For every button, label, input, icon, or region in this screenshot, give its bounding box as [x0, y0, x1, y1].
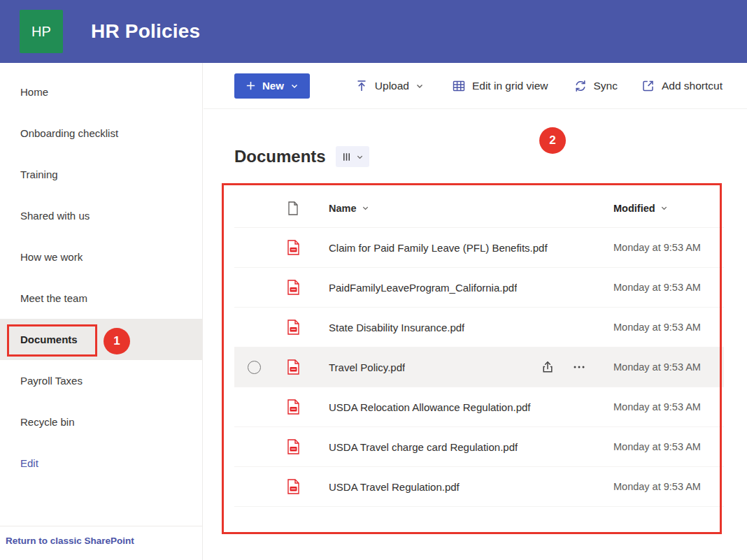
sync-label: Sync	[594, 80, 618, 92]
sidebar-nav: Home Onboarding checklist Training Share…	[0, 63, 202, 484]
sidebar-item-shared-with-us[interactable]: Shared with us	[0, 195, 202, 236]
file-name-link[interactable]: Claim for Paid Family Leave (PFL) Benefi…	[329, 242, 548, 254]
pdf-file-icon	[287, 479, 300, 494]
page-heading: Documents	[234, 145, 747, 168]
sidebar-item-documents[interactable]: Documents	[0, 319, 202, 360]
pdf-file-icon	[287, 439, 300, 454]
file-modified: Monday at 9:53 AM	[605, 361, 724, 373]
sidebar-item-label: Onboarding checklist	[20, 127, 118, 139]
table-row[interactable]: PaidFamilyLeaveProgram_California.pdf Mo…	[234, 268, 724, 308]
sidebar-item-label: Home	[20, 86, 48, 98]
site-title: HR Policies	[91, 20, 200, 43]
name-column-header[interactable]: Name	[329, 203, 369, 214]
table-row[interactable]: USDA Relocation Allowance Regulation.pdf…	[234, 387, 724, 427]
site-logo-text: HP	[31, 24, 51, 40]
pdf-file-icon	[287, 240, 300, 255]
annotation-badge-1: 1	[104, 328, 130, 354]
file-name-link[interactable]: Travel Policy.pdf	[329, 361, 405, 373]
sidebar-item-onboarding-checklist[interactable]: Onboarding checklist	[0, 113, 202, 154]
file-modified: Monday at 9:53 AM	[605, 242, 724, 253]
add-shortcut-icon	[641, 79, 655, 93]
pdf-file-icon	[287, 320, 300, 335]
plus-icon	[246, 80, 256, 91]
sidebar-item-payroll-taxes[interactable]: Payroll Taxes	[0, 360, 202, 401]
file-name-link[interactable]: USDA Relocation Allowance Regulation.pdf	[329, 401, 531, 413]
sidebar-item-home[interactable]: Home	[0, 71, 202, 113]
pdf-file-icon	[287, 399, 300, 415]
file-modified: Monday at 9:53 AM	[605, 401, 724, 412]
new-button-label: New	[262, 80, 284, 92]
upload-button[interactable]: Upload	[355, 79, 424, 93]
file-modified: Monday at 9:53 AM	[605, 441, 724, 452]
upload-icon	[355, 79, 369, 93]
file-name-link[interactable]: State Disability Insurance.pdf	[329, 322, 464, 333]
table-row[interactable]: Claim for Paid Family Leave (PFL) Benefi…	[234, 228, 724, 268]
edit-grid-view-label: Edit in grid view	[472, 80, 548, 92]
edit-grid-view-button[interactable]: Edit in grid view	[452, 79, 548, 93]
site-logo[interactable]: HP	[20, 10, 63, 53]
sidebar-item-training[interactable]: Training	[0, 154, 202, 195]
documents-table: Name Modified	[234, 189, 724, 507]
file-name-link[interactable]: USDA Travel Regulation.pdf	[329, 481, 460, 493]
table-row[interactable]: USDA Travel Regulation.pdf Monday at 9:5…	[234, 467, 724, 507]
modified-column-label: Modified	[613, 203, 655, 214]
more-options-icon[interactable]	[573, 361, 585, 373]
sidebar-item-label: Shared with us	[20, 210, 90, 222]
table-header-row: Name Modified	[234, 189, 724, 228]
file-modified: Monday at 9:53 AM	[605, 282, 724, 293]
chevron-down-icon	[415, 82, 424, 90]
upload-label: Upload	[375, 80, 409, 92]
file-name-link[interactable]: PaidFamilyLeaveProgram_California.pdf	[329, 282, 517, 294]
row-actions	[541, 360, 605, 374]
sync-icon	[574, 79, 588, 93]
annotation-badge-2-label: 2	[549, 134, 555, 148]
main-content: New Upload Edit in grid view Sync	[204, 63, 747, 560]
sidebar-item-how-we-work[interactable]: How we work	[0, 236, 202, 278]
table-row[interactable]: Travel Policy.pdf Monday at 9:53 AM	[234, 347, 724, 387]
sidebar-item-label: Documents	[20, 333, 78, 345]
sidebar-item-label: Meet the team	[20, 292, 87, 304]
command-bar: New Upload Edit in grid view Sync	[204, 63, 747, 109]
table-rows: Claim for Paid Family Leave (PFL) Benefi…	[234, 228, 724, 507]
sidebar-item-meet-the-team[interactable]: Meet the team	[0, 278, 202, 319]
sidebar-item-recycle-bin[interactable]: Recycle bin	[0, 401, 202, 443]
chevron-down-icon	[356, 153, 364, 161]
sidebar-item-label: How we work	[20, 251, 83, 263]
table-row[interactable]: State Disability Insurance.pdf Monday at…	[234, 308, 724, 347]
sidebar-item-label: Payroll Taxes	[20, 375, 83, 387]
sidebar: Home Onboarding checklist Training Share…	[0, 63, 203, 560]
sync-button[interactable]: Sync	[574, 79, 618, 93]
modified-column-header[interactable]: Modified	[613, 203, 668, 214]
file-modified: Monday at 9:53 AM	[605, 322, 724, 333]
annotation-badge-2: 2	[539, 127, 566, 154]
view-selector-button[interactable]	[336, 146, 369, 167]
pdf-file-icon	[287, 359, 300, 375]
pdf-file-icon	[287, 280, 300, 295]
file-name-link[interactable]: USDA Travel charge card Regulation.pdf	[329, 441, 518, 453]
name-column-label: Name	[329, 203, 357, 214]
chevron-down-icon	[660, 204, 668, 212]
page-title: Documents	[234, 145, 326, 168]
app-header: HP HR Policies	[0, 0, 747, 63]
sidebar-item-label: Edit	[20, 457, 38, 469]
sidebar-item-edit[interactable]: Edit	[0, 443, 202, 484]
row-select-radio[interactable]	[248, 361, 261, 374]
add-shortcut-button[interactable]: Add shortcut	[641, 79, 723, 93]
annotation-badge-1-label: 1	[113, 334, 120, 348]
sidebar-item-label: Recycle bin	[20, 416, 75, 428]
chevron-down-icon	[362, 204, 369, 212]
add-shortcut-label: Add shortcut	[662, 80, 723, 92]
view-columns-icon	[341, 152, 352, 162]
file-type-column-icon[interactable]	[287, 201, 299, 215]
sidebar-item-label: Training	[20, 168, 58, 180]
grid-icon	[452, 79, 466, 93]
chevron-down-icon	[290, 82, 299, 90]
return-classic-link[interactable]: Return to classic SharePoint	[0, 526, 202, 560]
new-button[interactable]: New	[234, 73, 310, 99]
table-row[interactable]: USDA Travel charge card Regulation.pdf M…	[234, 427, 724, 467]
file-modified: Monday at 9:53 AM	[605, 481, 724, 492]
share-icon[interactable]	[541, 360, 555, 374]
